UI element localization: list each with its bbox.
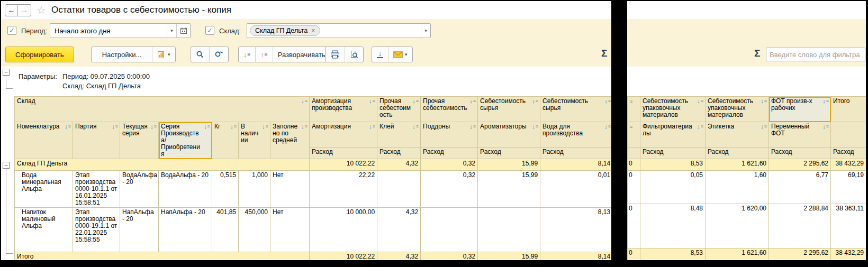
column-header-measure[interactable]: Переменный ФОТ↓≡	[769, 122, 831, 148]
data-cell[interactable]: 0,32	[421, 171, 478, 208]
data-cell[interactable]: 2 295,62	[769, 248, 831, 261]
data-cell-clipped[interactable]: 0	[628, 248, 640, 261]
data-cell[interactable]: ВодаАльфа - 20	[159, 171, 212, 208]
sort-icon[interactable]: ↓≡	[204, 124, 210, 129]
column-header-current-series[interactable]: Текущая серия↓≡	[120, 122, 159, 159]
sort-icon[interactable]: ↓≡	[697, 98, 703, 104]
sort-icon[interactable]: ↓≡	[697, 124, 703, 129]
data-cell[interactable]: 0,01	[540, 171, 613, 208]
warehouse-checkbox[interactable]: ✓	[205, 26, 214, 35]
data-cell[interactable]: 0,05	[640, 171, 706, 204]
resource-header[interactable]: Расход	[540, 148, 613, 159]
data-cell[interactable]: НапАльфа - 20	[120, 208, 159, 252]
data-cell[interactable]	[421, 208, 478, 252]
column-header-group[interactable]: Прочая себестоимость↓≡	[377, 97, 421, 122]
search-button[interactable]	[191, 47, 209, 62]
sort-icon[interactable]: ↓≡	[761, 98, 767, 104]
data-cell[interactable]: 8,48	[640, 204, 706, 248]
sort-icon[interactable]: ↓≡	[604, 98, 611, 104]
column-header-filled-by-avg[interactable]: Заполнено по средней↓≡	[270, 122, 310, 159]
column-header-measure[interactable]: Поддоны↓≡	[421, 122, 478, 148]
data-cell[interactable]: 8,14	[540, 159, 613, 171]
data-cell[interactable]: Этап производства 0000-10.1.1 от 16.01.2…	[73, 171, 120, 208]
remove-tag-icon[interactable]: ×	[311, 27, 315, 34]
sort-icon[interactable]: ↓≡	[150, 124, 157, 129]
header-cell-empty[interactable]	[831, 122, 866, 148]
calendar-icon[interactable]	[176, 24, 190, 38]
data-cell-clipped[interactable]: 0	[628, 204, 640, 248]
data-cell[interactable]: 2 288,84	[769, 204, 831, 248]
data-cell[interactable]: 4,32	[377, 159, 421, 171]
sort-icon[interactable]: ↓≡	[604, 124, 611, 129]
column-header-fot-selected[interactable]: ФОТ произв-х рабочих↓≡	[769, 97, 831, 122]
sort-icon[interactable]: ↓≡	[822, 98, 829, 104]
generate-button[interactable]: Сформировать	[5, 47, 74, 62]
data-cell[interactable]: 1,000	[239, 171, 270, 208]
parameters-expander[interactable]: −	[3, 69, 10, 76]
data-cell[interactable]: 38 432,29	[831, 159, 866, 171]
period-checkbox[interactable]: ✓	[7, 26, 16, 35]
sort-icon[interactable]: ↓≡	[469, 98, 476, 104]
clipped-column-header[interactable]	[628, 148, 640, 159]
group-row-label[interactable]: Склад ГП Дельта	[15, 159, 310, 171]
column-header-measure[interactable]: Этикетка↓≡	[706, 122, 769, 148]
sort-icon[interactable]: ↓≡	[822, 124, 829, 129]
data-cell[interactable]: Напиток малиновый Альфа	[15, 208, 73, 252]
resource-header[interactable]: Расход	[478, 148, 540, 159]
data-cell[interactable]: Вода минеральная Альфа	[15, 171, 73, 208]
data-cell[interactable]: 0,515	[212, 171, 239, 208]
column-header-group[interactable]: Прочая себестоимость↓≡	[421, 97, 478, 122]
column-header-sklad[interactable]: Склад↓≡	[15, 97, 310, 122]
sort-icon[interactable]: ↓≡	[532, 124, 538, 129]
data-cell[interactable]: 15,99	[478, 252, 540, 261]
data-cell[interactable]: 15,99	[478, 171, 540, 208]
resource-header[interactable]: Расход	[421, 148, 478, 159]
column-header-group[interactable]: Амортизация производства↓≡	[310, 97, 377, 122]
column-header-in-stock[interactable]: В наличии↓≡	[239, 122, 270, 159]
data-cell[interactable]: 8,53	[640, 159, 706, 171]
column-header-measure[interactable]: Клей↓≡	[377, 122, 421, 148]
data-cell[interactable]: 69,19	[831, 171, 866, 204]
column-header-group[interactable]: Себестоимость сырья↓≡	[478, 97, 540, 122]
sort-icon[interactable]: ↓≡	[412, 124, 419, 129]
column-header-series-selected[interactable]: Серия Производства/Приобретения↓≡	[159, 122, 212, 159]
search-next-button[interactable]	[209, 47, 228, 62]
data-cell[interactable]: 15,99	[478, 159, 540, 171]
data-cell[interactable]: 1 621,60	[706, 248, 769, 261]
data-cell[interactable]: 450,000	[239, 208, 270, 252]
data-cell[interactable]	[478, 208, 540, 252]
sort-icon[interactable]: ↓≡	[369, 98, 375, 104]
data-cell[interactable]: 4,32	[377, 208, 421, 252]
resource-header[interactable]: Расход	[640, 148, 706, 159]
back-button[interactable]: ←	[5, 4, 18, 16]
resource-header[interactable]: Расход	[831, 148, 866, 159]
data-cell[interactable]: 8,53	[640, 248, 706, 261]
data-cell[interactable]: 1 621,60	[706, 159, 769, 171]
data-cell[interactable]: 22,22	[310, 171, 377, 208]
collapse-groups-button[interactable]: ↓≡	[239, 47, 255, 62]
column-header-batch[interactable]: Партия↓≡	[73, 122, 120, 159]
report-variants-button[interactable]: ▾	[152, 47, 175, 62]
column-header-measure[interactable]: Амортизация↓≡	[310, 122, 377, 148]
data-cell[interactable]: Этап производства 0000-19.1.1 от 22.01.2…	[73, 208, 120, 252]
send-email-button[interactable]: ▾	[388, 47, 412, 62]
sort-icon[interactable]: ↓≡	[412, 98, 419, 104]
column-header-measure[interactable]: Фильтроматериалы↓≡	[640, 122, 706, 148]
column-header-group[interactable]: Себестоимость упаковочных материалов↓≡	[640, 97, 706, 122]
data-cell[interactable]: 2 295,62	[769, 159, 831, 171]
total-row-label[interactable]: Итого	[15, 252, 310, 261]
period-combobox[interactable]: Начало этого дня ▾	[50, 23, 191, 38]
resource-header[interactable]: Расход	[377, 148, 421, 159]
data-cell[interactable]: 8,14	[540, 252, 613, 261]
sort-icon[interactable]: ↓≡	[532, 98, 538, 104]
data-cell[interactable]: 0,32	[421, 252, 478, 261]
data-cell[interactable]	[377, 171, 421, 208]
data-cell-clipped[interactable]: 0	[628, 171, 640, 204]
data-cell[interactable]: 10 022,22	[310, 252, 377, 261]
column-header-group[interactable]: Себестоимость сырья↓≡	[540, 97, 613, 122]
group-row-expander[interactable]: −	[3, 162, 10, 169]
sort-icon[interactable]: ↓≡	[301, 98, 308, 104]
data-cell-clipped[interactable]: 0	[628, 159, 640, 171]
resource-header[interactable]: Расход	[769, 148, 831, 159]
print-button[interactable]	[326, 47, 345, 62]
